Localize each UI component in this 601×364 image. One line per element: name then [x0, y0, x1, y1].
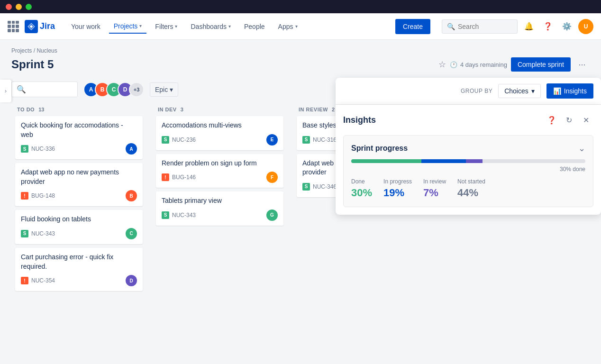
- nav-people[interactable]: People: [239, 20, 270, 33]
- search-input[interactable]: [458, 23, 505, 30]
- card-nuc-336-footer: S NUC-336 A: [21, 143, 137, 155]
- titlebar: [0, 0, 601, 13]
- column-indev-body: Accomodations multi-views S NUC-236 E Re…: [152, 116, 287, 229]
- sidebar-toggle[interactable]: ›: [0, 80, 11, 102]
- stat-done-label: Done: [351, 178, 372, 185]
- epic-label: Epic: [155, 86, 168, 93]
- stat-notstarted-value: 44%: [457, 187, 485, 199]
- column-indev-header: IN DEV 3: [152, 101, 287, 116]
- nav-apps[interactable]: Apps ▾: [273, 20, 302, 33]
- card-bug-148-title: Adapt web app no new payments provider: [21, 168, 137, 186]
- card-bug-146[interactable]: Render problem on sign up form ! BUG-146…: [156, 154, 283, 188]
- progress-summary-label: 30% done: [351, 166, 585, 173]
- breadcrumb-projects[interactable]: Projects: [11, 47, 32, 54]
- card-nuc-336-meta: S NUC-336: [21, 145, 55, 153]
- stat-done-value: 30%: [351, 187, 372, 199]
- insights-panel: Insights ❓ ↻ ✕ Sprint progress ⌄: [336, 105, 601, 215]
- minimize-button[interactable]: [16, 4, 22, 10]
- column-inreview-count: 2: [332, 107, 335, 112]
- issue-type-icon-story-2: S: [21, 230, 28, 237]
- card-nuc-354[interactable]: Cart purchasing error - quick fix requir…: [15, 248, 143, 291]
- insights-help-button[interactable]: ❓: [544, 112, 559, 127]
- column-todo-body: Quick booking for accomodations - web S …: [11, 116, 146, 295]
- insights-panel-header: Insights ❓ ↻ ✕: [343, 112, 593, 127]
- insights-close-button[interactable]: ✕: [578, 112, 593, 127]
- card-nuc-336-avatar: A: [126, 143, 137, 155]
- clock-icon: 🕐: [450, 61, 457, 68]
- nav-filters[interactable]: Filters ▾: [150, 20, 182, 33]
- issue-id-bug-146: BUG-146: [172, 174, 196, 181]
- column-todo-count: 13: [38, 107, 44, 112]
- card-nuc-343-dev[interactable]: Tablets primary view S NUC-343 G: [156, 191, 283, 226]
- card-nuc-354-footer: ! NUC-354 D: [21, 275, 137, 286]
- issue-type-icon-story-4: S: [162, 211, 169, 219]
- card-bug-148-avatar: B: [126, 190, 137, 201]
- group-by-bar: GROUP BY Choices ▾ 📊 Insights: [336, 78, 601, 105]
- card-nuc-236-avatar: E: [266, 134, 278, 146]
- page-header: Projects / Nucleus Sprint 5 ☆ 🕐 4 days r…: [11, 40, 590, 78]
- complete-sprint-button[interactable]: Complete sprint: [511, 57, 571, 72]
- choices-button[interactable]: Choices ▾: [498, 84, 541, 98]
- help-button[interactable]: ❓: [540, 19, 555, 34]
- card-bug-148-footer: ! BUG-148 B: [21, 190, 137, 201]
- issue-type-icon-story-3: S: [162, 136, 169, 144]
- card-nuc-336[interactable]: Quick booking for accomodations - web S …: [15, 116, 143, 159]
- card-bug-148[interactable]: Adapt web app no new payments provider !…: [15, 163, 143, 206]
- nav-your-work[interactable]: Your work: [66, 20, 105, 33]
- settings-button[interactable]: ⚙️: [559, 19, 574, 34]
- filters-chevron-icon: ▾: [175, 24, 177, 29]
- sprint-progress-card: Sprint progress ⌄ 30% done Done 30%: [343, 135, 593, 207]
- app-switcher-icon[interactable]: [8, 21, 19, 32]
- card-nuc-236-footer: S NUC-236 E: [162, 134, 278, 146]
- progress-inprogress-segment: [421, 159, 466, 163]
- issue-type-icon-story-5: S: [302, 136, 310, 144]
- issue-id-nuc-336: NUC-336: [31, 146, 55, 152]
- insights-refresh-button[interactable]: ↻: [561, 112, 576, 127]
- column-todo: TO DO 13 Quick booking for accomodations…: [11, 101, 146, 356]
- issue-id-nuc-316: NUC-316: [313, 136, 337, 143]
- apps-chevron-icon: ▾: [295, 24, 298, 29]
- issue-type-icon-story: S: [21, 145, 28, 153]
- progress-stats: Done 30% In progress 19% In review 7% No…: [351, 178, 585, 199]
- card-nuc-343-avatar: C: [126, 228, 137, 239]
- issue-type-icon-story-6: S: [302, 183, 310, 191]
- board-search[interactable]: 🔍: [11, 82, 78, 97]
- card-nuc-343-todo-footer: S NUC-343 C: [21, 228, 137, 239]
- notifications-button[interactable]: 🔔: [521, 19, 537, 34]
- sprint-progress-expand-button[interactable]: ⌄: [578, 143, 585, 154]
- search-bar[interactable]: 🔍: [442, 19, 518, 34]
- star-button[interactable]: ☆: [438, 59, 446, 70]
- card-nuc-343-todo[interactable]: Fluid booking on tablets S NUC-343 C: [15, 210, 143, 244]
- sprint-progress-title: Sprint progress: [351, 144, 408, 153]
- progress-bar: [351, 159, 585, 163]
- insights-tab-button[interactable]: 📊 Insights: [546, 83, 593, 99]
- create-button[interactable]: Create: [395, 19, 430, 34]
- breadcrumb: Projects / Nucleus: [11, 47, 590, 54]
- card-nuc-236[interactable]: Accomodations multi-views S NUC-236 E: [156, 116, 283, 150]
- column-indev-title: IN DEV: [158, 107, 177, 112]
- card-nuc-346-meta: S NUC-346: [302, 183, 337, 191]
- maximize-button[interactable]: [26, 4, 32, 10]
- stat-review-value: 7%: [423, 187, 446, 199]
- nav-dashboards[interactable]: Dashboards ▾: [186, 20, 236, 33]
- insights-panel-title: Insights: [343, 115, 376, 125]
- board-search-input[interactable]: [29, 86, 67, 93]
- sprint-progress-header: Sprint progress ⌄: [351, 143, 585, 154]
- stat-inprogress: In progress 19%: [383, 178, 412, 199]
- board-search-icon: 🔍: [17, 85, 26, 94]
- epic-filter-button[interactable]: Epic ▾: [150, 82, 178, 97]
- nav-projects[interactable]: Projects ▾: [109, 19, 147, 34]
- avatar-count[interactable]: +3: [129, 82, 144, 97]
- breadcrumb-nucleus[interactable]: Nucleus: [36, 47, 57, 54]
- card-nuc-236-title: Accomodations multi-views: [162, 121, 278, 130]
- insights-overlay: GROUP BY Choices ▾ 📊 Insights Insights ❓…: [336, 78, 601, 215]
- jira-logo[interactable]: Jira: [25, 20, 55, 33]
- stat-review: In review 7%: [423, 178, 446, 199]
- issue-id-nuc-236: NUC-236: [172, 136, 196, 143]
- epic-chevron-icon: ▾: [170, 86, 173, 93]
- jira-logo-text: Jira: [40, 21, 55, 31]
- user-avatar[interactable]: U: [578, 19, 593, 34]
- more-actions-button[interactable]: ···: [574, 57, 590, 72]
- card-bug-146-avatar: F: [266, 172, 278, 183]
- close-button[interactable]: [6, 4, 12, 10]
